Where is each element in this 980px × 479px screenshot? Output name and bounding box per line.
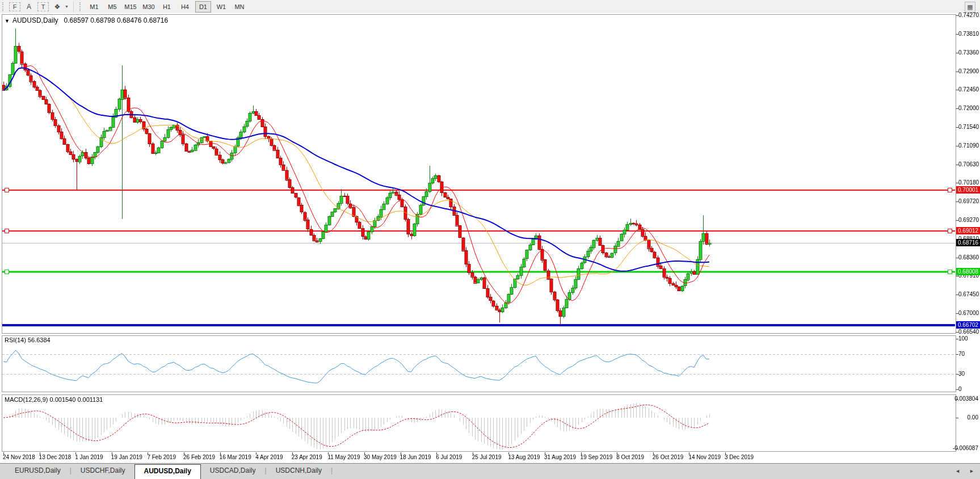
date-label: 4 Apr 2019: [255, 454, 283, 460]
timeframe-h1-button[interactable]: H1: [159, 1, 175, 12]
tab-scroll-controls: ◄ ►: [955, 468, 974, 474]
toolbar: FAT❖ ▼ M1M5M15M30H1H4D1W1MN ▦: [0, 0, 980, 14]
price-tick: 0.67450: [958, 291, 979, 297]
timeframe-m15-button[interactable]: M15: [123, 1, 138, 12]
date-label: 6 Jul 2019: [436, 454, 462, 460]
date-label: 18 Jun 2019: [400, 454, 431, 460]
date-label: 13 Aug 2019: [508, 454, 540, 460]
toolbar-grip[interactable]: [79, 2, 83, 11]
price-tick: 0.71540: [958, 124, 979, 130]
price-tick: 0.66540: [958, 329, 979, 335]
timeframe-buttons-group: M1M5M15M30H1H4D1W1MN: [86, 1, 247, 12]
price-tick: 0.71090: [958, 142, 979, 149]
date-label: 16 Mar 2019: [220, 454, 251, 460]
date-label: 19 Jan 2019: [111, 454, 142, 460]
date-label: 11 May 2019: [327, 454, 360, 460]
current-price-line-price-label: 0.68716: [956, 239, 980, 246]
arrows-tool-icon[interactable]: ❖: [51, 2, 64, 12]
tab-scroll-left-icon[interactable]: ◄: [955, 468, 960, 474]
timeframe-d1-button[interactable]: D1: [195, 1, 211, 12]
chart-tabs: EURUSD,Daily|USDCHF,DailyAUDUSD,DailyUSD…: [0, 464, 333, 479]
tab-scroll-right-icon[interactable]: ►: [969, 468, 974, 474]
macd-tick: 0.00: [968, 414, 978, 421]
chart-tab-usdcnh[interactable]: USDCNH,Daily: [267, 465, 331, 478]
toolbar-grip[interactable]: [2, 2, 6, 11]
chart-symbol-title: AUDUSD,Daily: [12, 16, 58, 24]
fibonacci-tool-icon[interactable]: F: [9, 2, 20, 11]
chart-title: ▼AUDUSD,Daily0.68597 0.68798 0.68476 0.6…: [5, 16, 168, 24]
price-tick: 0.69720: [958, 198, 979, 204]
price-tick: 0.74270: [958, 12, 979, 18]
timeframe-h4-button[interactable]: H4: [177, 1, 193, 12]
timeframe-w1-button[interactable]: W1: [213, 1, 229, 12]
price-tick: 0.73360: [958, 49, 979, 56]
date-label: 1 Jan 2019: [75, 454, 103, 460]
drawing-tools-group: FAT❖: [9, 2, 64, 12]
text-tool-icon[interactable]: A: [23, 2, 35, 12]
rsi-tick: 70: [958, 351, 965, 357]
chart-tab-eurusd[interactable]: EURUSD,Daily: [6, 465, 70, 478]
timeframe-m30-button[interactable]: M30: [141, 1, 157, 12]
date-label: 3 Dec 2019: [725, 454, 754, 460]
toolbar-separator: [73, 2, 74, 12]
macd-tick: -0.006087: [953, 445, 978, 451]
chart-tab-bar: EURUSD,Daily|USDCHF,DailyAUDUSD,DailyUSD…: [0, 463, 980, 479]
timeframe-m1-button[interactable]: M1: [86, 1, 102, 12]
date-label: 13 Dec 2018: [39, 454, 71, 460]
chart-collapse-icon[interactable]: ▼: [5, 18, 10, 24]
date-label: 23 Apr 2019: [292, 454, 322, 460]
date-label: 26 Oct 2019: [653, 454, 683, 460]
price-tick: 0.72450: [958, 86, 979, 93]
date-label: 26 Feb 2019: [183, 454, 215, 460]
ohlc-readout: 0.68597 0.68798 0.68476 0.68716: [64, 16, 169, 24]
macd-tick: 0.003804: [954, 396, 978, 402]
tab-separator: |: [331, 467, 333, 474]
rsi-tick: 30: [958, 371, 965, 377]
label-tool-icon[interactable]: T: [37, 2, 49, 11]
macd-indicator-label: MACD(12,26,9) 0.001540 0.001131: [5, 396, 103, 403]
date-label: 14 Nov 2019: [688, 454, 721, 460]
price-tick: 0.67000: [958, 310, 979, 316]
toolbar-right-icon[interactable]: ▦: [965, 2, 975, 12]
rsi-tick: 100: [958, 335, 968, 342]
date-label: 31 Aug 2019: [544, 454, 576, 460]
date-label: 7 Feb 2019: [147, 454, 176, 460]
trading-platform-window: FAT❖ ▼ M1M5M15M30H1H4D1W1MN ▦ ▼AUDUSD,Da…: [0, 0, 980, 479]
date-label: 30 May 2019: [364, 454, 397, 460]
chart-tab-audusd[interactable]: AUDUSD,Daily: [134, 464, 201, 479]
price-tick: 0.73810: [958, 31, 979, 37]
price-tick: 0.72900: [958, 68, 979, 74]
resistance-line-2-price-label: 0.69012: [956, 227, 980, 234]
arrows-dropdown-caret[interactable]: ▼: [65, 5, 69, 9]
price-tick: 0.69270: [958, 217, 979, 223]
price-tick: 0.70180: [958, 179, 979, 186]
support-line-2-price-label: 0.66702: [956, 321, 980, 329]
date-label: 19 Sep 2019: [581, 454, 613, 460]
date-label: 25 Jul 2019: [472, 454, 502, 460]
rsi-indicator-label: RSI(14) 56.6384: [5, 337, 51, 343]
price-tick: 0.68360: [958, 254, 979, 260]
date-label: 24 Nov 2018: [3, 454, 35, 460]
date-label: 8 Oct 2019: [616, 454, 644, 460]
chart-tab-usdchf[interactable]: USDCHF,Daily: [71, 465, 134, 478]
price-tick: 0.72000: [958, 105, 979, 111]
rsi-tick: 0: [958, 386, 962, 392]
resistance-line-1-price-label: 0.70001: [956, 186, 980, 194]
chart-canvas[interactable]: [0, 13, 980, 463]
chart-tab-usdcad[interactable]: USDCAD,Daily: [201, 465, 265, 478]
support-line-1-price-label: 0.68008: [956, 268, 980, 275]
price-tick: 0.70630: [958, 161, 979, 167]
timeframe-mn-button[interactable]: MN: [232, 1, 247, 12]
timeframe-m5-button[interactable]: M5: [104, 1, 120, 12]
